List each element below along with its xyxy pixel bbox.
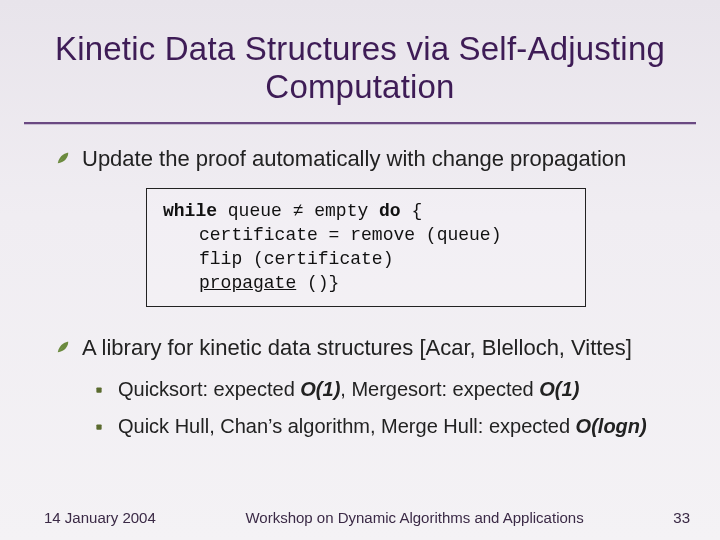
text: Quicksort: expected <box>118 378 300 400</box>
code-text: queue ≠ empty <box>217 201 379 221</box>
leaf-icon <box>56 151 70 165</box>
leaf-icon <box>56 340 70 354</box>
sub-bullet-row: Quick Hull, Chan’s algorithm, Merge Hull… <box>92 413 676 440</box>
slide: Kinetic Data Structures via Self-Adjusti… <box>0 0 720 540</box>
footer-venue: Workshop on Dynamic Algorithms and Appli… <box>156 509 674 526</box>
footer-page: 33 <box>673 509 690 526</box>
code-underline: propagate <box>199 273 296 293</box>
bullet-row: A library for kinetic data structures [A… <box>56 333 676 363</box>
code-keyword: while <box>163 201 217 221</box>
complexity: O(1) <box>539 378 579 400</box>
footer: 14 January 2004 Workshop on Dynamic Algo… <box>0 509 720 526</box>
svg-rect-1 <box>96 425 101 430</box>
code-keyword: do <box>379 201 401 221</box>
bud-icon <box>92 420 106 434</box>
code-box: while queue ≠ empty do { certificate = r… <box>146 188 586 307</box>
complexity: O(1) <box>300 378 340 400</box>
slide-title: Kinetic Data Structures via Self-Adjusti… <box>30 30 690 106</box>
text: , Mergesort: expected <box>340 378 539 400</box>
bud-icon <box>92 383 106 397</box>
content-area: Update the proof automatically with chan… <box>0 124 720 441</box>
code-text: { <box>401 201 423 221</box>
code-line: certificate = remove (queue) <box>163 223 569 247</box>
code-line: flip (certificate) <box>163 247 569 271</box>
bullet-row: Update the proof automatically with chan… <box>56 144 676 174</box>
sub-bullet-text: Quicksort: expected O(1), Mergesort: exp… <box>118 376 579 403</box>
code-line: while queue ≠ empty do { <box>163 199 569 223</box>
complexity: O(logn) <box>576 415 647 437</box>
svg-rect-0 <box>96 388 101 393</box>
sub-bullet-row: Quicksort: expected O(1), Mergesort: exp… <box>92 376 676 403</box>
title-area: Kinetic Data Structures via Self-Adjusti… <box>0 0 720 114</box>
sub-bullet-text: Quick Hull, Chan’s algorithm, Merge Hull… <box>118 413 647 440</box>
bullet-text: Update the proof automatically with chan… <box>82 144 626 174</box>
footer-date: 14 January 2004 <box>44 509 156 526</box>
bullet-text: A library for kinetic data structures [A… <box>82 333 632 363</box>
text: Quick Hull, Chan’s algorithm, Merge Hull… <box>118 415 576 437</box>
code-text: ()} <box>296 273 339 293</box>
code-line: propagate ()} <box>163 271 569 295</box>
